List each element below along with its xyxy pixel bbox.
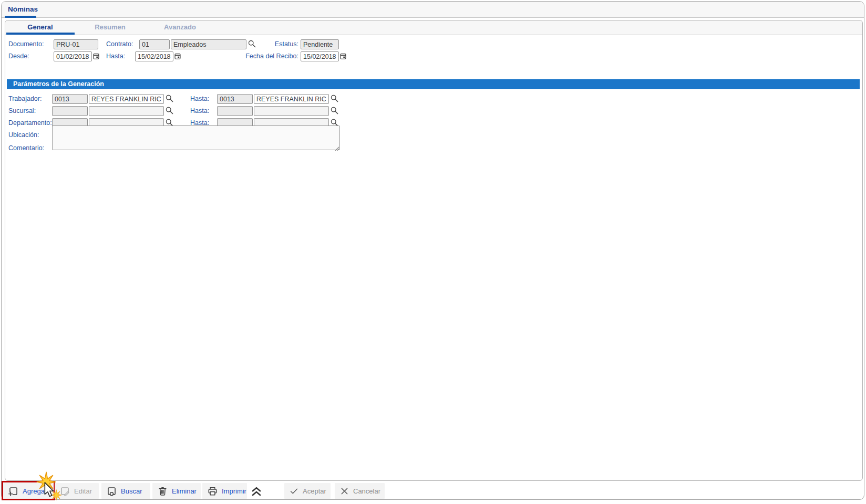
search-icon[interactable] <box>165 106 174 115</box>
buscar-button[interactable]: Buscar <box>101 483 150 499</box>
tab-active-indicator <box>6 33 75 35</box>
check-icon <box>289 486 299 496</box>
comentario-field[interactable] <box>52 125 340 150</box>
calendar-icon[interactable] <box>339 52 347 60</box>
add-document-icon <box>8 486 19 497</box>
desde-label: Desde: <box>8 51 29 61</box>
app-window: Nóminas General Resumen Avanzado Documen… <box>1 1 864 500</box>
sucursal-hasta-code-field[interactable] <box>217 106 253 116</box>
ubicacion-label: Ubicación: <box>8 130 39 140</box>
search-icon[interactable] <box>330 106 339 115</box>
title-active-indicator <box>5 16 36 18</box>
aceptar-button[interactable]: Aceptar <box>284 483 331 499</box>
tab-resumen[interactable]: Resumen <box>75 20 145 35</box>
search-icon[interactable] <box>248 39 256 48</box>
estatus-field[interactable] <box>301 39 339 49</box>
tab-strip: General Resumen Avanzado <box>5 20 862 35</box>
documento-field[interactable] <box>54 39 98 49</box>
trabajador-hasta-name-field[interactable] <box>254 94 329 104</box>
tab-avanzado[interactable]: Avanzado <box>145 20 215 35</box>
trabajador-code-field[interactable] <box>52 94 88 104</box>
printer-icon <box>207 486 218 497</box>
sucursal-hasta-name-field[interactable] <box>254 106 329 116</box>
search-icon[interactable] <box>165 94 174 103</box>
trabajador-hasta-code-field[interactable] <box>217 94 253 104</box>
title-bar: Nóminas <box>2 2 864 18</box>
sucursal-label: Sucursal: <box>8 106 36 116</box>
contrato-label: Contrato: <box>106 39 133 49</box>
fecha-recibo-field[interactable] <box>301 51 339 61</box>
documento-label: Documento: <box>8 39 44 49</box>
editar-button[interactable]: Editar <box>55 483 99 499</box>
agregar-button[interactable]: Agregar <box>3 483 53 499</box>
trash-icon <box>157 486 168 497</box>
form-content: Documento: Contrato: Estatus: Desde: Has… <box>5 35 862 480</box>
estatus-label: Estatus: <box>257 39 298 49</box>
calendar-icon[interactable] <box>174 52 181 60</box>
main-panel: General Resumen Avanzado Documento: Cont… <box>5 20 863 481</box>
trabajador-label: Trabajador: <box>8 94 42 104</box>
comentario-label: Comentario: <box>8 143 44 153</box>
hasta-label: Hasta: <box>106 51 125 61</box>
calendar-icon[interactable] <box>92 52 100 60</box>
search-document-icon <box>106 486 117 497</box>
sucursal-code-field[interactable] <box>52 106 88 116</box>
eliminar-button[interactable]: Eliminar <box>152 483 201 499</box>
contrato-name-field[interactable] <box>171 39 246 49</box>
section-header: Parámetros de la Generación <box>7 79 860 89</box>
sucursal-name-field[interactable] <box>89 106 164 116</box>
collapse-icon[interactable] <box>250 484 263 500</box>
search-icon[interactable] <box>330 94 339 103</box>
x-icon <box>339 486 349 496</box>
contrato-code-field[interactable] <box>139 39 170 49</box>
resize-grip-icon[interactable] <box>335 144 339 153</box>
desde-field[interactable] <box>54 51 92 61</box>
action-toolbar: Agregar Editar Buscar Eliminar Imprimir <box>2 482 864 501</box>
edit-document-icon <box>59 486 70 497</box>
cancelar-button[interactable]: Cancelar <box>335 483 385 499</box>
page-title: Nóminas <box>8 5 38 13</box>
departamento-label: Departamento: <box>8 118 52 128</box>
imprimir-button[interactable]: Imprimir <box>202 483 247 499</box>
trabajador-name-field[interactable] <box>89 94 164 104</box>
hasta-field[interactable] <box>135 51 173 61</box>
sucursal-hasta-label: Hasta: <box>190 106 209 116</box>
trabajador-hasta-label: Hasta: <box>190 94 209 104</box>
fecha-recibo-label: Fecha del Recibo: <box>226 51 298 61</box>
